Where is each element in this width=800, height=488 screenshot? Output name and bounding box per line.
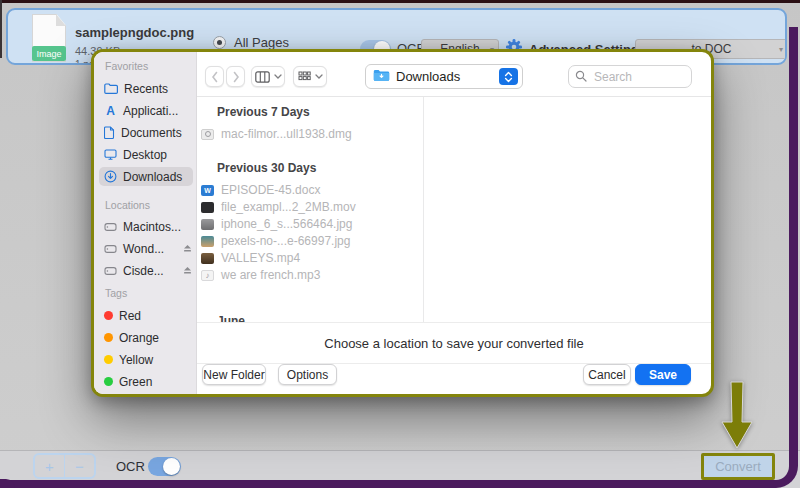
add-file-button[interactable]: +	[35, 455, 65, 477]
sidebar-tag-yellow[interactable]: Yellow	[104, 350, 192, 369]
add-remove-control: + −	[33, 453, 96, 479]
chevron-left-icon	[211, 71, 219, 83]
sidebar-tag-blue[interactable]: Blue	[104, 394, 192, 397]
location-value: Downloads	[396, 69, 460, 84]
eject-icon[interactable]	[183, 244, 192, 253]
tag-dot-icon	[104, 355, 113, 364]
desktop-icon	[104, 149, 117, 160]
grid-icon	[298, 71, 311, 82]
column-divider	[423, 97, 424, 322]
group-by-button[interactable]	[293, 66, 327, 87]
sidebar-item-label: Applicati...	[123, 104, 178, 118]
list-section-header: June	[217, 314, 423, 322]
list-item-label: EPISODE-45.docx	[221, 183, 320, 197]
radio-dot-icon	[217, 40, 222, 45]
sidebar-item-macintosh[interactable]: Macintos...	[104, 217, 192, 236]
downloads-folder-icon	[373, 68, 390, 86]
screen-edge-left	[0, 0, 2, 58]
list-item-label: mac-filmor...ull1938.dmg	[221, 127, 352, 141]
favorites-header: Favorites	[105, 60, 148, 72]
sidebar-item-applications[interactable]: A Applicati...	[104, 101, 192, 120]
video-thumbnail-icon	[201, 202, 214, 213]
all-pages-radio[interactable]	[213, 36, 226, 49]
remove-file-button[interactable]: −	[65, 455, 94, 477]
hard-drive-icon	[104, 222, 117, 232]
ocr-label: OCR	[116, 459, 145, 474]
options-button[interactable]: Options	[278, 364, 337, 385]
tag-label: Green	[119, 375, 152, 389]
sidebar-item-label: Desktop	[123, 148, 167, 162]
back-button[interactable]	[205, 66, 224, 87]
applications-icon: A	[104, 104, 117, 118]
folder-icon	[104, 83, 118, 94]
search-input[interactable]	[592, 69, 682, 85]
annotation-arrow-icon	[712, 380, 762, 452]
disk-image-icon	[201, 129, 214, 140]
sidebar-item-label: Cisde...	[123, 264, 164, 278]
list-item[interactable]: iphone_6_s...566464.jpg	[201, 218, 423, 230]
eject-icon[interactable]	[183, 266, 192, 275]
sidebar-tag-orange[interactable]: Orange	[104, 328, 192, 347]
list-item-label: file_exampl...2_2MB.mov	[221, 200, 356, 214]
list-section-header: Previous 7 Days	[217, 105, 423, 119]
tag-label: Red	[119, 309, 141, 323]
sidebar-item-documents[interactable]: Documents	[104, 123, 192, 142]
sidebar-tag-red[interactable]: Red	[104, 306, 192, 325]
tag-dot-icon	[104, 311, 113, 320]
list-item[interactable]: ♪ we are french.mp3	[201, 269, 423, 281]
tag-label: Blue	[119, 397, 143, 398]
tag-label: Orange	[119, 331, 159, 345]
sidebar-item-recents[interactable]: Recents	[104, 79, 192, 98]
sidebar-item-wond-volume[interactable]: Wond...	[104, 239, 192, 258]
file-name: samplepngdoc.png	[75, 25, 194, 40]
caret-down-icon: ▾	[779, 45, 783, 54]
sidebar-item-label: Wond...	[123, 242, 164, 256]
list-item[interactable]: mac-filmor...ull1938.dmg	[201, 128, 423, 140]
sidebar-item-label: Recents	[124, 82, 168, 96]
hard-drive-icon	[104, 244, 117, 254]
list-item[interactable]: pexels-no-...e-66997.jpg	[201, 235, 423, 247]
stepper-icon[interactable]	[499, 68, 518, 85]
list-item-label: VALLEYS.mp4	[221, 251, 300, 265]
music-note-icon: ♪	[201, 270, 214, 281]
tag-dot-icon	[104, 333, 113, 342]
video-thumbnail-icon	[201, 253, 214, 264]
app-window: Image samplepngdoc.png 44.39 KB 1 page A…	[0, 0, 800, 488]
forward-button[interactable]	[226, 66, 245, 87]
save-button[interactable]: Save	[635, 364, 691, 385]
chevron-down-icon	[315, 74, 323, 79]
cancel-button[interactable]: Cancel	[583, 364, 631, 385]
new-folder-button[interactable]: New Folder	[202, 364, 266, 385]
list-item[interactable]: W EPISODE-45.docx	[201, 184, 423, 196]
search-icon	[575, 68, 587, 86]
word-doc-icon: W	[201, 185, 214, 196]
page-fold-icon	[56, 14, 66, 26]
list-item-label: we are french.mp3	[221, 268, 320, 282]
sidebar-item-cisde-volume[interactable]: Cisde...	[104, 261, 192, 280]
sidebar-tag-green[interactable]: Green	[104, 372, 192, 391]
sidebar-item-desktop[interactable]: Desktop	[104, 145, 192, 164]
convert-button[interactable]: Convert	[701, 453, 775, 480]
list-section-header: Previous 30 Days	[217, 161, 423, 175]
list-item[interactable]: file_exampl...2_2MB.mov	[201, 201, 423, 213]
chevron-down-icon	[274, 74, 282, 79]
list-item[interactable]: VALLEYS.mp4	[201, 252, 423, 264]
tag-label: Yellow	[119, 353, 153, 367]
tag-dot-icon	[104, 377, 113, 386]
sidebar-item-downloads[interactable]: Downloads	[99, 167, 193, 186]
list-item-label: pexels-no-...e-66997.jpg	[221, 234, 350, 248]
chevron-right-icon	[232, 71, 240, 83]
dialog-message: Choose a location to save your converted…	[197, 322, 711, 364]
locations-header: Locations	[105, 199, 150, 211]
search-field[interactable]	[568, 65, 692, 88]
hard-drive-icon	[104, 266, 117, 276]
file-thumbnail: Image	[32, 14, 66, 62]
screen-edge-top	[0, 0, 800, 3]
image-type-badge: Image	[32, 46, 66, 61]
ocr-toggle-bottom[interactable]	[148, 457, 181, 476]
sidebar-item-label: Downloads	[123, 170, 182, 184]
view-columns-button[interactable]	[251, 66, 285, 87]
location-dropdown[interactable]: Downloads	[365, 64, 523, 89]
download-circle-icon	[104, 170, 117, 183]
dialog-sidebar: Favorites Recents A Applicati... Documen…	[94, 52, 197, 394]
